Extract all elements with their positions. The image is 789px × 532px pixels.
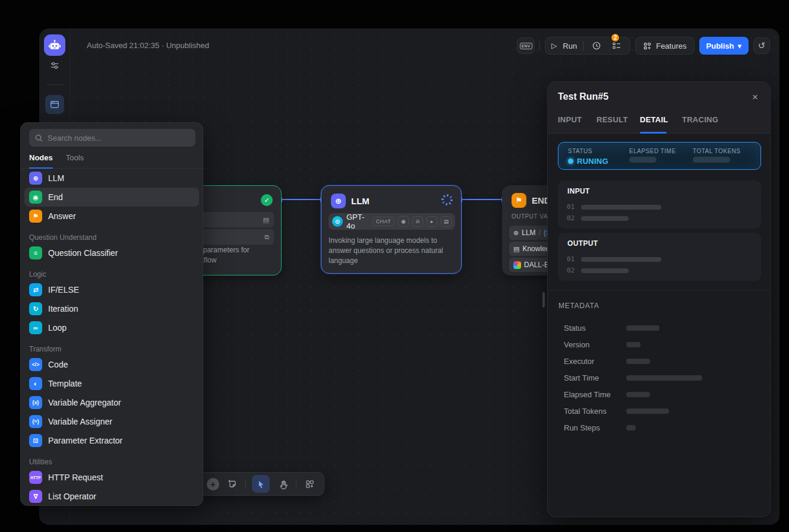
metadata-skeleton bbox=[626, 392, 650, 397]
section-logic: Logic bbox=[21, 268, 203, 280]
node-list: ⊕ LLM ◉ End ⚑ Answer Question Understand… bbox=[21, 169, 203, 506]
node-item-parameter-extractor[interactable]: ⊡ Parameter Extractor bbox=[21, 431, 203, 450]
chevron-down-icon: ▾ bbox=[737, 42, 741, 50]
toolbar-separator bbox=[245, 479, 246, 489]
node-panel-tabs: Nodes Tools bbox=[21, 150, 203, 169]
node-item-ifelse[interactable]: ⇄ IF/ELSE bbox=[21, 280, 203, 299]
app-logo-robot-icon[interactable] bbox=[44, 34, 65, 56]
last-run-clock-icon[interactable] bbox=[589, 39, 604, 53]
node-item-llm[interactable]: ⊕ LLM bbox=[21, 169, 203, 188]
section-transform: Transform bbox=[21, 343, 203, 355]
panel-window-button[interactable] bbox=[45, 95, 64, 114]
node-item-iteration[interactable]: ↻ Iteration bbox=[21, 299, 203, 318]
line-number: 02 bbox=[567, 267, 575, 274]
paragraph-field-icon: ⧉ bbox=[264, 233, 269, 241]
env-variables-button[interactable]: ENV bbox=[517, 37, 535, 54]
line-number: 02 bbox=[567, 214, 575, 222]
document-capability-icon: ▤ bbox=[441, 216, 452, 227]
output-card: OUTPUT 01 02 bbox=[558, 233, 761, 281]
version-history-button[interactable]: ↺ bbox=[753, 37, 770, 54]
http-request-icon: HTTP bbox=[29, 471, 42, 484]
line-number: 01 bbox=[567, 203, 575, 211]
panel-divider bbox=[548, 290, 770, 290]
node-item-code[interactable]: </> Code bbox=[21, 355, 203, 374]
parameter-extractor-icon: ⊡ bbox=[29, 434, 42, 447]
node-search-input[interactable]: Search nodes... bbox=[29, 129, 195, 147]
elapsed-time-label: ELAPSED TIME bbox=[629, 148, 676, 154]
add-note-button[interactable] bbox=[225, 477, 239, 491]
ifelse-icon: ⇄ bbox=[29, 283, 42, 296]
history-icon: ↺ bbox=[758, 40, 766, 51]
node-item-question-classifier[interactable]: ≡ Question Classifier bbox=[21, 243, 203, 262]
active-tab-underline bbox=[640, 132, 667, 134]
features-button[interactable]: Features bbox=[635, 37, 694, 55]
features-icon bbox=[643, 42, 652, 50]
answer-icon: ⚑ bbox=[29, 210, 42, 223]
node-item-list-operator[interactable]: ∇ List Operator bbox=[21, 487, 203, 506]
metadata-title: METADATA bbox=[558, 302, 599, 310]
llm-node[interactable]: ⊕ LLM ⊛ GPT-4o CHAT ◉ ılı ▸ ▤ Invoking l… bbox=[321, 185, 462, 274]
node-item-loop[interactable]: ∞ Loop bbox=[21, 318, 203, 337]
run-button[interactable]: Run bbox=[563, 42, 577, 50]
output-skeleton bbox=[581, 257, 661, 262]
elapsed-skeleton bbox=[629, 157, 657, 163]
node-item-answer[interactable]: ⚑ Answer bbox=[21, 207, 203, 226]
metadata-skeleton bbox=[626, 359, 650, 364]
organize-nodes-button[interactable] bbox=[302, 477, 317, 491]
metadata-label: Start Time bbox=[564, 373, 599, 382]
llm-node-description: Invoking large language models to answer… bbox=[329, 236, 453, 266]
section-utilities: Utilities bbox=[21, 456, 203, 468]
test-run-panel: Test Run#5 × INPUT RESULT DETAIL TRACING… bbox=[547, 81, 771, 517]
run-panel-header bbox=[548, 82, 770, 134]
organize-icon bbox=[305, 479, 315, 489]
add-node-button[interactable]: + bbox=[207, 478, 219, 490]
list-operator-icon: ∇ bbox=[29, 490, 42, 503]
dalle-icon bbox=[513, 261, 521, 269]
model-selector[interactable]: ⊛ GPT-4o CHAT ◉ ılı ▸ ▤ bbox=[329, 213, 455, 230]
line-number: 01 bbox=[567, 255, 575, 263]
close-icon[interactable]: × bbox=[749, 91, 762, 104]
toolbar-separator bbox=[296, 479, 296, 489]
variable-source: DALL-E bbox=[524, 261, 549, 269]
node-item-template[interactable]: ◐ Template bbox=[21, 374, 203, 393]
tab-nodes[interactable]: Nodes bbox=[29, 150, 53, 168]
search-placeholder: Search nodes... bbox=[48, 134, 102, 142]
features-label: Features bbox=[656, 42, 686, 50]
edge-llm-to-end bbox=[462, 199, 502, 200]
chat-mode-badge: CHAT bbox=[373, 217, 394, 226]
output-skeleton bbox=[581, 268, 629, 273]
loop-icon: ∞ bbox=[29, 321, 42, 334]
node-item-http-request[interactable]: HTTP HTTP Request bbox=[21, 468, 203, 487]
pointer-mode-button[interactable] bbox=[252, 475, 270, 493]
vision-capability-icon: ◉ bbox=[398, 216, 409, 227]
tab-result[interactable]: RESULT bbox=[597, 115, 628, 124]
video-capability-icon: ▸ bbox=[427, 216, 437, 227]
tab-input[interactable]: INPUT bbox=[558, 115, 582, 124]
input-skeleton bbox=[581, 216, 629, 221]
hand-mode-button[interactable] bbox=[276, 477, 290, 491]
tokens-skeleton bbox=[693, 157, 730, 163]
node-item-variable-aggregator[interactable]: {x} Variable Aggregator bbox=[21, 393, 203, 412]
llm-node-icon: ⊕ bbox=[331, 194, 346, 208]
autosave-status: Auto-Saved 21:02:35 · Unpublished bbox=[87, 41, 209, 50]
tab-tracing[interactable]: TRACING bbox=[682, 115, 718, 124]
search-icon bbox=[34, 134, 43, 142]
node-item-end[interactable]: ◉ End bbox=[24, 188, 199, 207]
end-node-icon: ⚑ bbox=[512, 193, 526, 208]
tab-detail[interactable]: DETAIL bbox=[640, 115, 668, 124]
preferences-sliders-icon[interactable] bbox=[49, 59, 61, 71]
publish-button[interactable]: Publish ▾ bbox=[699, 37, 749, 55]
metadata-label: Status bbox=[564, 324, 586, 332]
run-play-icon: ▷ bbox=[551, 42, 557, 50]
end-icon: ◉ bbox=[29, 191, 42, 204]
metadata-label: Elapsed Time bbox=[564, 390, 611, 399]
node-item-variable-assigner[interactable]: {=} Variable Assigner bbox=[21, 412, 203, 431]
metadata-skeleton bbox=[626, 375, 702, 381]
gpt4o-model-icon: ⊛ bbox=[332, 216, 343, 227]
input-card: INPUT 01 02 bbox=[558, 180, 761, 229]
panel-resize-handle[interactable] bbox=[542, 292, 545, 308]
topbar-separator bbox=[539, 41, 540, 50]
tab-tools[interactable]: Tools bbox=[66, 150, 84, 168]
llm-icon: ⊕ bbox=[29, 172, 42, 185]
running-status: RUNING bbox=[577, 157, 608, 166]
